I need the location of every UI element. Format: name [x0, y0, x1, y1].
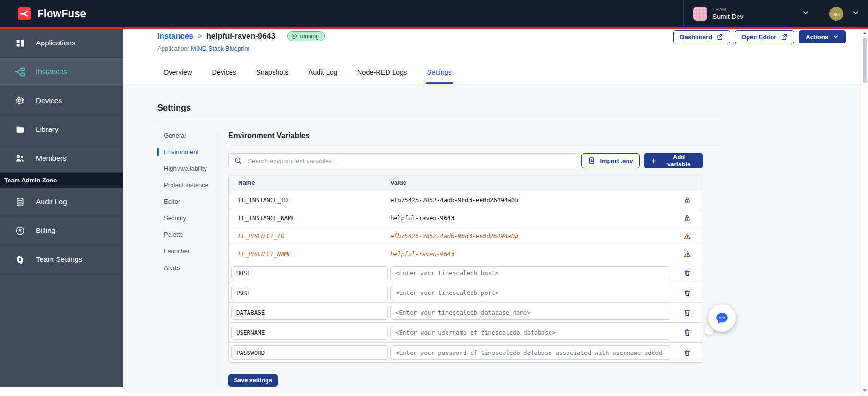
column-header-value: Value — [390, 179, 671, 186]
sidebar-item-label: Devices — [36, 96, 62, 105]
status-text: running — [300, 33, 319, 40]
chat-launcher-button[interactable] — [708, 304, 736, 332]
team-selector[interactable]: TEAM: Sumit-Dev — [684, 0, 817, 27]
env-var-value-input[interactable] — [390, 326, 670, 340]
dashboard-button[interactable]: Dashboard — [673, 30, 730, 43]
gear-icon — [14, 254, 26, 265]
env-var-value-input[interactable] — [390, 286, 670, 300]
env-var-name: FF_INSTANCE_ID — [229, 197, 390, 204]
subnav-general[interactable]: General — [157, 131, 210, 140]
import-env-label: Import .env — [600, 157, 633, 164]
scrollbar-up-arrow[interactable] — [862, 32, 867, 34]
sidebar-item-label: Team Settings — [36, 255, 82, 264]
env-var-value: efb75425-2852-4adb-90d3-ee0d26494a0b — [390, 232, 671, 240]
sidebar-item-billing[interactable]: $ Billing — [0, 216, 123, 245]
trash-icon — [683, 349, 691, 357]
sidebar-item-library[interactable]: Library — [0, 115, 123, 144]
tab-devices[interactable]: Devices — [211, 69, 237, 84]
chevron-down-icon — [802, 9, 809, 18]
play-icon — [291, 33, 297, 39]
table-row — [229, 323, 703, 343]
env-var-name-input[interactable] — [231, 286, 388, 300]
tab-overview[interactable]: Overview — [163, 69, 193, 84]
subnav-launcher[interactable]: Launcher — [157, 247, 210, 256]
chevron-down-icon — [833, 34, 839, 40]
env-var-value: efb75425-2852-4adb-90d3-ee0d26494a0b — [390, 197, 671, 204]
sidebar-item-label: Instances — [36, 68, 67, 76]
external-link-icon — [781, 34, 788, 41]
env-var-name-input[interactable] — [231, 345, 388, 360]
scrollbar-down-arrow[interactable] — [862, 389, 867, 392]
sidebar-item-label: Billing — [36, 226, 55, 235]
tab-settings[interactable]: Settings — [426, 69, 452, 84]
lock-icon — [683, 196, 691, 204]
column-header-name: Name — [229, 179, 390, 186]
sidebar-item-team-settings[interactable]: Team Settings — [0, 245, 123, 274]
table-row: FF_PROJECT_NAME helpful-raven-9643 — [229, 245, 703, 263]
open-editor-button[interactable]: Open Editor — [735, 30, 794, 43]
trash-icon — [683, 289, 691, 297]
table-row — [229, 303, 703, 323]
table-row — [229, 263, 703, 283]
subnav-editor[interactable]: Editor — [157, 198, 210, 206]
env-var-value: helpful-raven-9643 — [390, 250, 671, 258]
search-box — [228, 153, 577, 168]
table-row — [229, 283, 703, 303]
subnav-environment[interactable]: Environment — [157, 148, 210, 156]
team-admin-zone-header: Team Admin Zone — [0, 173, 123, 188]
table-row — [229, 343, 703, 362]
env-var-value-input[interactable] — [390, 345, 670, 360]
sidebar-item-audit-log[interactable]: Audit Log — [0, 188, 123, 216]
page-title: Settings — [157, 84, 861, 113]
subnav-protect-instance[interactable]: Protect Instance — [157, 181, 210, 189]
breadcrumb-instances-link[interactable]: Instances — [157, 32, 193, 41]
import-env-button[interactable]: Import .env — [581, 153, 640, 168]
team-avatar — [693, 7, 707, 21]
delete-variable-button[interactable] — [683, 269, 691, 277]
subnav-high-availability[interactable]: High Availability — [157, 164, 210, 173]
instance-tabs: Overview Devices Snapshots Audit Log Nod… — [123, 69, 861, 84]
tab-audit-log[interactable]: Audit Log — [308, 69, 338, 84]
tab-node-red-logs[interactable]: Node-RED Logs — [356, 69, 408, 84]
status-badge: running — [287, 31, 325, 41]
delete-variable-button[interactable] — [683, 289, 691, 297]
settings-content: Settings General Environment High Availa… — [123, 84, 861, 393]
add-variable-button[interactable]: Add variable — [644, 153, 703, 168]
tab-snapshots[interactable]: Snapshots — [255, 69, 290, 84]
application-line: Application: MIND Stack Blueprint — [157, 45, 861, 52]
sidebar-item-members[interactable]: Members — [0, 144, 123, 173]
application-link[interactable]: MIND Stack Blueprint — [191, 45, 249, 52]
user-menu[interactable]: su — [817, 7, 868, 21]
env-var-value-input[interactable] — [390, 266, 670, 280]
sidebar-item-instances[interactable]: Instances — [0, 58, 123, 86]
users-icon — [14, 153, 26, 164]
search-input[interactable] — [247, 157, 572, 165]
scrollbar-thumb[interactable] — [863, 38, 867, 83]
subnav-palette[interactable]: Palette — [157, 231, 210, 239]
scrollbar[interactable] — [861, 29, 868, 396]
env-controls: Import .env Add variable — [228, 153, 703, 168]
main-area: Instances > helpful-raven-9643 running A… — [123, 29, 861, 396]
delete-variable-button[interactable] — [683, 309, 691, 317]
delete-variable-button[interactable] — [683, 349, 691, 357]
brand[interactable]: FlowFuse — [18, 7, 86, 20]
search-icon — [234, 156, 242, 165]
delete-variable-button[interactable] — [683, 328, 691, 336]
env-var-name: FF_INSTANCE_NAME — [229, 215, 390, 222]
add-variable-label: Add variable — [661, 154, 696, 168]
sidebar-item-label: Members — [36, 154, 67, 163]
warning-icon — [683, 232, 691, 240]
sidebar-item-applications[interactable]: Applications — [0, 29, 123, 58]
env-var-name: FF_PROJECT_ID — [229, 232, 390, 240]
actions-button[interactable]: Actions — [799, 30, 846, 43]
subnav-security[interactable]: Security — [157, 214, 210, 223]
env-var-value-input[interactable] — [390, 306, 670, 320]
env-var-name-input[interactable] — [231, 266, 388, 280]
env-variables-table: Name Value FF_INSTANCE_ID efb75425-2852-… — [228, 174, 703, 363]
chip-icon — [14, 95, 26, 106]
sidebar-item-devices[interactable]: Devices — [0, 86, 123, 115]
save-settings-button[interactable]: Save settings — [228, 374, 278, 387]
subnav-alerts[interactable]: Alerts — [157, 264, 210, 272]
env-var-name-input[interactable] — [231, 326, 388, 340]
env-var-name-input[interactable] — [231, 306, 388, 320]
